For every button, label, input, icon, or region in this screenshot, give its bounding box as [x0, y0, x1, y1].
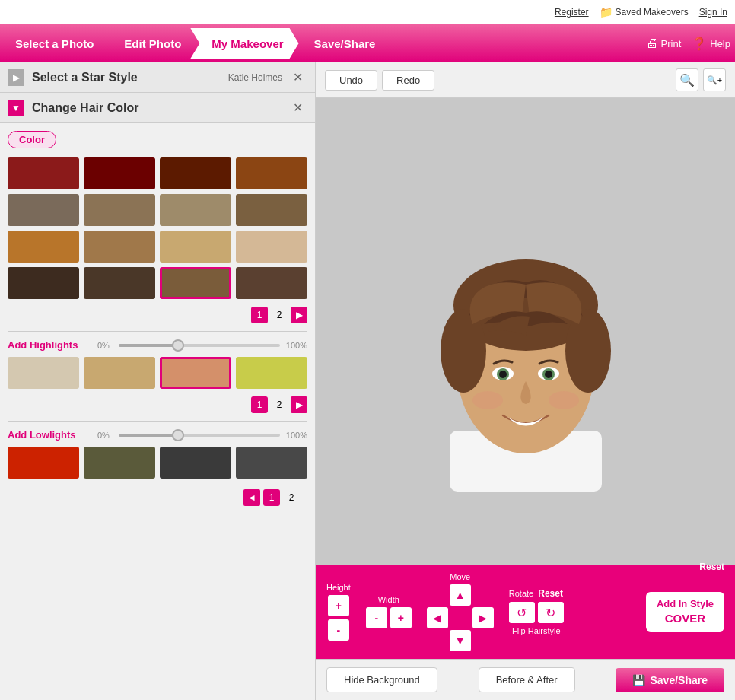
hair-color-content: Color: [0, 123, 315, 700]
hl-page-next-btn[interactable]: ▶: [291, 396, 307, 413]
hl-page-1-btn[interactable]: 1: [251, 396, 268, 413]
ll-page-1-btn[interactable]: 1: [263, 489, 280, 506]
color-swatch-2[interactable]: [84, 158, 155, 189]
lowlight-swatch-1[interactable]: [8, 447, 79, 479]
reset-btn[interactable]: Reset: [699, 562, 724, 572]
rotate-ccw-btn[interactable]: ↺: [509, 602, 535, 623]
color-swatch-10[interactable]: [84, 231, 155, 262]
zoom-in-button[interactable]: 🔍+: [703, 68, 726, 91]
star-style-close[interactable]: ✕: [288, 68, 307, 86]
flip-label[interactable]: Flip Hairstyle: [509, 626, 564, 635]
width-minus-btn[interactable]: -: [366, 607, 387, 628]
svg-point-6: [565, 309, 611, 393]
highlights-swatches-grid: [8, 357, 307, 389]
color-swatch-4[interactable]: [236, 158, 307, 189]
star-style-header[interactable]: ▶ Select a Star Style Katie Holmes ✕: [0, 62, 315, 93]
height-minus-btn[interactable]: -: [328, 619, 349, 641]
tab-select-photo[interactable]: Select a Photo: [5, 28, 109, 59]
before-after-button[interactable]: Before & After: [479, 667, 575, 692]
help-icon: ❓: [692, 37, 707, 51]
color-swatch-11[interactable]: [160, 231, 231, 262]
hair-color-header[interactable]: ▼ Change Hair Color ✕: [0, 93, 315, 123]
tab-edit-photo[interactable]: Edit Photo: [103, 28, 196, 59]
page-2-btn[interactable]: 2: [271, 307, 288, 323]
color-swatch-15[interactable]: [160, 267, 231, 299]
color-pagination: 1 2 ▶: [8, 307, 307, 323]
reset-label[interactable]: Reset: [538, 588, 563, 599]
page-1-btn[interactable]: 1: [251, 307, 268, 323]
main-layout: ▶ Select a Star Style Katie Holmes ✕ ▼ C…: [0, 62, 735, 700]
color-swatch-14[interactable]: [84, 267, 155, 299]
undo-button[interactable]: Undo: [325, 70, 377, 91]
height-buttons: +: [328, 595, 349, 616]
highlights-track[interactable]: [119, 344, 280, 347]
highlight-swatch-3[interactable]: [160, 357, 231, 389]
help-button[interactable]: ❓ Help: [692, 37, 730, 51]
lowlight-swatch-4[interactable]: [236, 447, 307, 479]
move-down-btn[interactable]: ▼: [450, 630, 471, 651]
lowlights-thumb[interactable]: [172, 429, 184, 441]
save-share-button[interactable]: 💾 Save/Share: [616, 668, 724, 692]
highlight-swatch-4[interactable]: [236, 357, 307, 389]
folder-icon: 📁: [600, 6, 612, 18]
print-button[interactable]: 🖨 Print: [646, 37, 682, 50]
highlights-thumb[interactable]: [172, 339, 184, 352]
print-icon: 🖨: [646, 37, 658, 50]
hide-background-button[interactable]: Hide Background: [326, 667, 438, 692]
ll-page-prev-btn[interactable]: ◄: [243, 489, 260, 506]
hair-color-title: Change Hair Color: [32, 101, 288, 115]
move-control: Move ▲ ◀ ▶ ▼: [427, 572, 494, 651]
ll-page-2-btn[interactable]: 2: [283, 489, 300, 506]
move-center: [450, 607, 471, 628]
color-swatch-8[interactable]: [236, 194, 307, 226]
zoom-in-icon: 🔍+: [707, 75, 722, 85]
color-swatch-7[interactable]: [160, 194, 231, 226]
sign-in-link[interactable]: Sign In: [699, 7, 727, 18]
move-right-btn[interactable]: ▶: [473, 607, 494, 628]
preview-area: [316, 98, 735, 565]
move-left-btn[interactable]: ◀: [427, 607, 448, 628]
highlights-min: 0%: [97, 341, 113, 350]
register-link[interactable]: Register: [555, 7, 589, 18]
tab-save-share[interactable]: Save/Share: [293, 28, 391, 59]
color-swatch-5[interactable]: [8, 194, 79, 226]
height-plus-btn[interactable]: +: [328, 595, 349, 616]
saved-makeovers-link[interactable]: 📁 Saved Makeovers: [600, 6, 689, 18]
top-bar: Register 📁 Saved Makeovers Sign In: [0, 0, 735, 24]
tab-my-makeover[interactable]: My Makeover: [190, 28, 298, 59]
add-style-button[interactable]: Add In Style COVER: [646, 592, 724, 632]
hair-color-close[interactable]: ✕: [288, 99, 307, 116]
lowlight-swatch-2[interactable]: [84, 447, 155, 479]
color-swatch-16[interactable]: [236, 267, 307, 299]
hl-page-2-btn[interactable]: 2: [271, 396, 288, 413]
zoom-out-button[interactable]: 🔍: [676, 68, 698, 91]
page-next-btn[interactable]: ▶: [291, 307, 307, 323]
highlight-swatch-2[interactable]: [84, 357, 155, 389]
width-control: Width - +: [366, 595, 412, 628]
width-plus-btn[interactable]: +: [390, 607, 412, 628]
move-up-btn[interactable]: ▲: [450, 584, 471, 606]
add-style-line2: COVER: [657, 611, 714, 626]
width-label: Width: [378, 595, 399, 604]
move-dpad: ▲ ◀ ▶ ▼: [427, 584, 494, 651]
person-illustration: [412, 172, 640, 492]
redo-button[interactable]: Redo: [382, 70, 434, 91]
rotate-cw-btn[interactable]: ↻: [538, 602, 564, 623]
height-minus-buttons: -: [328, 619, 349, 641]
color-swatch-9[interactable]: [8, 231, 79, 262]
divider-1: [8, 331, 307, 332]
svg-point-5: [441, 309, 486, 393]
color-swatch-13[interactable]: [8, 267, 79, 299]
lowlights-track[interactable]: [119, 434, 280, 437]
color-swatch-6[interactable]: [84, 194, 155, 226]
highlights-pagination: 1 2 ▶: [8, 396, 307, 413]
color-swatch-1[interactable]: [8, 158, 79, 189]
color-swatch-3[interactable]: [160, 158, 231, 189]
zoom-out-icon: 🔍: [679, 73, 695, 88]
highlights-fill: [119, 344, 175, 347]
hair-color-arrow: ▼: [8, 100, 24, 116]
highlight-swatch-1[interactable]: [8, 357, 79, 389]
lowlights-pagination: ◄ 1 2: [8, 486, 307, 509]
lowlight-swatch-3[interactable]: [160, 447, 231, 479]
color-swatch-12[interactable]: [236, 231, 307, 262]
